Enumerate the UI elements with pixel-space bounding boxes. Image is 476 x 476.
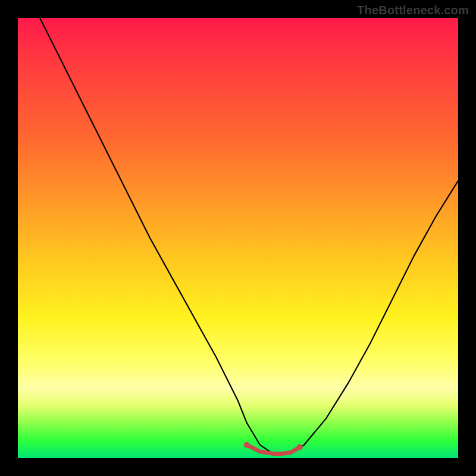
flat-zone-marker <box>247 445 300 454</box>
flat-zone-start-dot <box>244 442 250 448</box>
bottleneck-curve <box>40 18 458 454</box>
flat-zone-end-dot <box>297 444 303 450</box>
curve-layer <box>18 18 458 458</box>
plot-area <box>18 18 458 458</box>
watermark-text: TheBottleneck.com <box>357 4 469 17</box>
chart-frame: TheBottleneck.com <box>0 0 476 476</box>
